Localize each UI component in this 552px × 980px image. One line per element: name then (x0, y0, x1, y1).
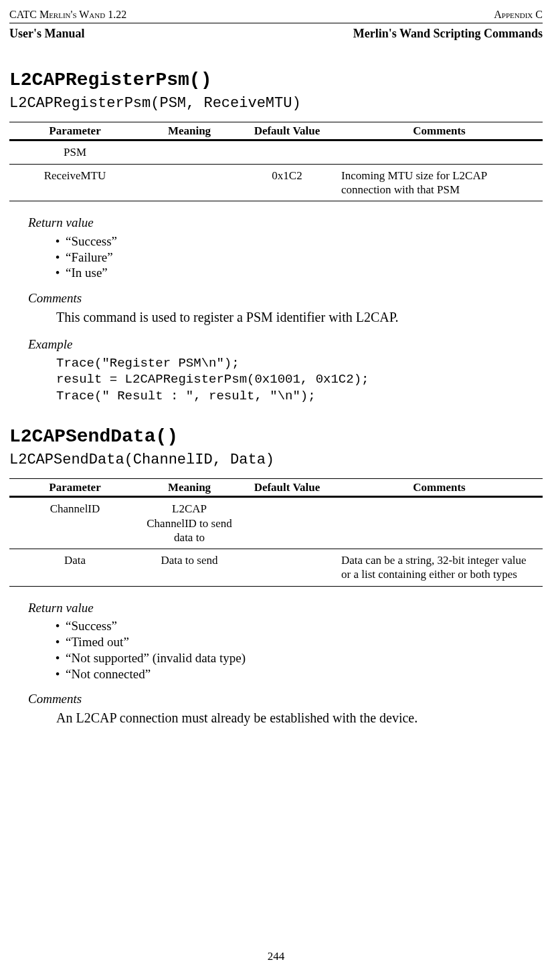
cmd1-signature: L2CAPRegisterPsm(PSM, ReceiveMTU) (9, 94, 543, 113)
cell-comments: Data can be a string, 32-bit integer val… (336, 549, 543, 587)
table-row: PSM (9, 140, 543, 164)
cell-meaning (141, 140, 238, 164)
list-item: “Failure” (50, 250, 543, 266)
list-item: “Success” (50, 233, 543, 250)
cell-meaning: Data to send (141, 549, 238, 587)
cell-default (238, 140, 336, 164)
cmd1-title: L2CAPRegisterPsm() (9, 68, 543, 92)
header-appendix: Appendix C (494, 8, 543, 21)
cmd1-return-label: Return value (28, 215, 543, 231)
th-default: Default Value (238, 122, 336, 140)
list-item: “Not supported” (invalid data type) (50, 650, 543, 666)
th-comments: Comments (336, 122, 543, 140)
th-meaning: Meaning (141, 479, 238, 497)
th-meaning: Meaning (141, 122, 238, 140)
table-row: ReceiveMTU 0x1C2 Incoming MTU size for L… (9, 164, 543, 201)
cell-default (238, 549, 336, 587)
page-header-row2: User's Manual Merlin's Wand Scripting Co… (9, 26, 543, 41)
cmd1-param-table: Parameter Meaning Default Value Comments… (9, 122, 543, 201)
cmd2-comments-body: An L2CAP connection must already be esta… (56, 710, 543, 726)
list-item: “Success” (50, 618, 543, 634)
cmd2-param-table: Parameter Meaning Default Value Comments… (9, 478, 543, 587)
th-param: Parameter (9, 479, 141, 497)
list-item: “In use” (50, 265, 543, 281)
th-default: Default Value (238, 479, 336, 497)
cmd1-comments-body: This command is used to register a PSM i… (56, 309, 543, 326)
document-page: CATC Merlin's Wand 1.22 Appendix C User'… (0, 0, 552, 970)
cell-param: ChannelID (9, 497, 141, 549)
table-row: Data Data to send Data can be a string, … (9, 549, 543, 587)
cmd2-return-label: Return value (28, 600, 543, 616)
list-item: “Not connected” (50, 666, 543, 682)
cmd2-return-list: “Success” “Timed out” “Not supported” (i… (50, 618, 543, 682)
cmd1-comments-label: Comments (28, 290, 543, 306)
cell-comments: Incoming MTU size for L2CAP connection w… (336, 164, 543, 201)
cmd2-signature: L2CAPSendData(ChannelID, Data) (9, 451, 543, 470)
cmd2-comments-label: Comments (28, 691, 543, 707)
th-comments: Comments (336, 479, 543, 497)
th-param: Parameter (9, 122, 141, 140)
cell-meaning (141, 164, 238, 201)
cell-param: PSM (9, 140, 141, 164)
cell-comments (336, 497, 543, 549)
list-item: “Timed out” (50, 634, 543, 650)
table-row: ChannelID L2CAP ChannelID to send data t… (9, 497, 543, 549)
cmd1-return-list: “Success” “Failure” “In use” (50, 233, 543, 281)
page-header-row1: CATC Merlin's Wand 1.22 Appendix C (9, 8, 543, 23)
header-section: Merlin's Wand Scripting Commands (353, 26, 543, 41)
cmd2-title: L2CAPSendData() (9, 425, 543, 448)
cell-param: Data (9, 549, 141, 587)
cell-comments (336, 140, 543, 164)
cell-meaning: L2CAP ChannelID to send data to (141, 497, 238, 549)
cell-default: 0x1C2 (238, 164, 336, 201)
cell-param: ReceiveMTU (9, 164, 141, 201)
cmd1-example-label: Example (28, 336, 543, 353)
cmd1-example-code: Trace("Register PSM\n"); result = L2CAPR… (56, 355, 543, 405)
header-product: CATC Merlin's Wand 1.22 (9, 8, 126, 21)
header-usermanual: User's Manual (9, 26, 85, 41)
page-number: 244 (0, 949, 552, 963)
cell-default (238, 497, 336, 549)
